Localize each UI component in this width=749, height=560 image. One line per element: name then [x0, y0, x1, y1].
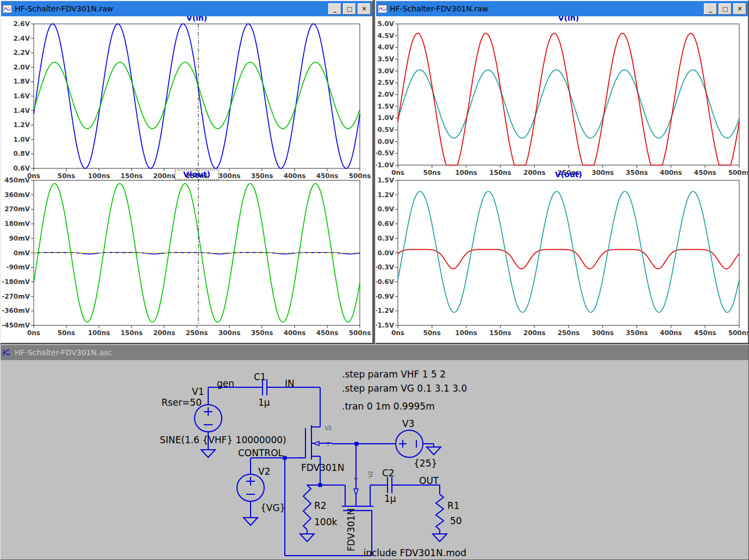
y-tick-label: 2.6V [13, 20, 30, 28]
x-tick-label: 200ns [153, 329, 176, 337]
y-tick-label: 0.9V [377, 205, 394, 213]
schematic-label: 100k [314, 517, 337, 527]
schematic-label: 50 [450, 515, 462, 526]
trace-vin-red [398, 33, 739, 165]
titlebar-right[interactable]: HF-Schalter-FDV301N.raw _ □ ✕ [376, 1, 748, 16]
trace-vin-green [34, 62, 360, 129]
x-tick-label: 300ns [591, 329, 614, 337]
y-tick-label: -0.9V [376, 293, 395, 300]
schematic-label: FDV301N [301, 462, 344, 473]
window-title: HF-Schalter-FDV301N.raw [390, 4, 701, 13]
schematic-label: R1 [447, 500, 460, 511]
schematic-window[interactable]: HF-Schalter-FDV301N.asc C1genINV1Rser=50… [0, 344, 749, 560]
y-tick-label: 1.0V [13, 136, 30, 143]
waveform-window-left[interactable]: HF-Schalter-FDV301N.raw _ □ ✕ V(in)2.6V2… [0, 0, 373, 344]
y-tick-label: -90mV [7, 263, 30, 271]
x-tick-label: 500ns [728, 329, 748, 337]
schematic-label: {VG} [260, 502, 285, 513]
x-tick-label: 100ns [88, 172, 110, 180]
y-tick-label: 1.8V [13, 78, 30, 85]
schematic-label: 1µ [258, 397, 270, 408]
x-tick-label: 100ns [88, 329, 110, 337]
schematic-file-icon [2, 348, 12, 357]
y-tick-label: 2.0V [377, 91, 394, 98]
pane-title[interactable]: V(in) [558, 16, 579, 22]
schematic-label: 1µ [384, 493, 396, 504]
y-tick-label: 4.5V [377, 32, 394, 40]
schematic-canvas[interactable]: C1genINV1Rser=501µ.step param VHF 1 5 2.… [1, 360, 748, 560]
pane-title[interactable]: V(in) [186, 16, 207, 22]
source-polarity-marks [204, 407, 416, 494]
schematic-label: T [354, 477, 359, 481]
y-tick-label: 1.2V [377, 191, 394, 199]
x-tick-label: 150ns [121, 329, 143, 337]
y-tick-label: 2.0V [13, 64, 30, 71]
trace-vout-teal [398, 192, 739, 313]
waveform-plot-area-left[interactable]: V(in)2.6V2.4V2.2V2.0V1.8V1.6V1.4V1.2V1.0… [1, 16, 372, 343]
mosfet-U2-arrow [354, 489, 358, 495]
y-tick-label: 4.0V [377, 43, 394, 51]
schematic-label: SINE(1.6 {VHF} 10000000) [160, 435, 286, 445]
schematic-label: C2 [382, 468, 395, 479]
ground-symbol [433, 534, 447, 542]
close-button[interactable]: ✕ [733, 3, 746, 15]
x-tick-label: 350ns [251, 172, 273, 180]
resistor-R1[interactable] [436, 494, 444, 530]
wire-junction [283, 456, 287, 460]
schematic-label: T [326, 442, 330, 447]
pane-title[interactable]: V(out) [183, 170, 210, 179]
y-tick-label: 90mV [9, 235, 30, 242]
y-tick-label: 0.5V [377, 126, 394, 134]
x-tick-label: 350ns [626, 169, 648, 177]
waveform-plot-area-right[interactable]: V(in)5.0V4.5V4.0V3.5V3.0V2.5V2.0V1.5V1.0… [376, 16, 748, 343]
x-tick-label: 450ns [694, 169, 716, 177]
schematic-label: {25} [414, 458, 437, 469]
x-tick-label: 300ns [591, 169, 614, 177]
maximize-button[interactable]: □ [343, 3, 356, 15]
maximize-button[interactable]: □ [719, 3, 732, 15]
titlebar-left[interactable]: HF-Schalter-FDV301N.raw _ □ ✕ [1, 1, 372, 16]
y-tick-label: -1.0V [376, 161, 395, 169]
y-tick-label: 1.2V [13, 121, 30, 129]
waveform-window-right[interactable]: HF-Schalter-FDV301N.raw _ □ ✕ V(in)5.0V4… [375, 0, 749, 344]
minimize-button[interactable]: _ [328, 3, 341, 15]
plot-pane [34, 24, 360, 168]
x-tick-label: 450ns [316, 329, 339, 337]
schematic-label: OUT [419, 475, 439, 486]
y-tick-label: 1.6V [13, 92, 30, 100]
x-tick-label: 450ns [316, 172, 339, 180]
y-tick-label: 0.3V [377, 235, 394, 242]
waveform-file-icon [378, 5, 387, 13]
x-tick-label: 0ns [391, 169, 404, 177]
ground-symbol [244, 518, 258, 525]
y-tick-label: 360mV [4, 191, 30, 199]
x-tick-label: 450ns [694, 329, 716, 337]
y-tick-label: 2.5V [377, 79, 394, 86]
close-button[interactable]: ✕ [358, 3, 371, 15]
x-tick-label: 400ns [660, 169, 682, 177]
wire-junction [319, 483, 322, 487]
titlebar-schematic[interactable]: HF-Schalter-FDV301N.asc [1, 345, 748, 360]
y-tick-label: -450mV [2, 322, 30, 329]
plot-pane [398, 180, 739, 325]
y-tick-label: -360mV [2, 307, 30, 314]
schematic-label: U2 [368, 471, 373, 477]
pane-title[interactable]: V(out) [555, 170, 582, 179]
y-tick-label: -1.5V [376, 322, 395, 329]
schematic-label: gen [217, 378, 234, 389]
y-tick-label: 5.0V [377, 20, 394, 28]
y-tick-label: 0.0V [377, 249, 394, 257]
x-tick-label: 200ns [523, 169, 546, 177]
x-tick-label: 350ns [626, 329, 648, 337]
minimize-button[interactable]: _ [704, 3, 717, 15]
x-tick-label: 400ns [284, 329, 306, 337]
trace-vin-blue [34, 24, 360, 168]
x-tick-label: 500ns [728, 169, 748, 177]
resistor-R2[interactable] [303, 485, 311, 530]
y-tick-label: 270mV [4, 205, 30, 213]
y-tick-label: -1.2V [376, 307, 395, 314]
x-tick-label: 100ns [455, 169, 477, 177]
x-tick-label: 300ns [219, 329, 241, 337]
y-tick-label: 3.5V [377, 55, 394, 63]
x-tick-label: 150ns [489, 169, 511, 177]
